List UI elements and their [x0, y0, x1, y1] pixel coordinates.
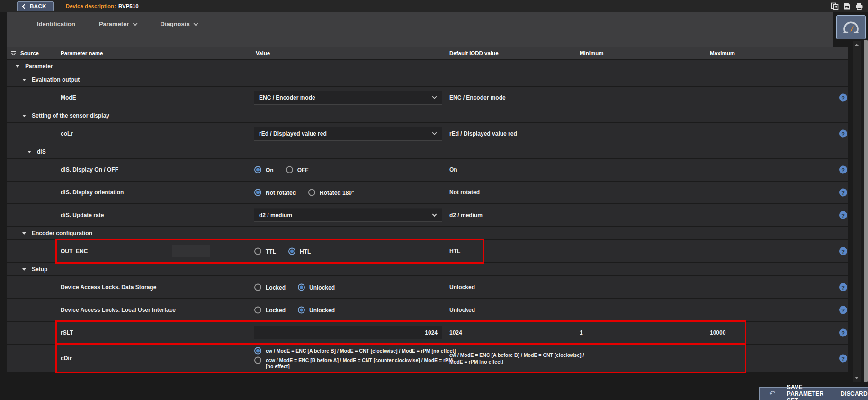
column-header-maximum[interactable]: Maximum [710, 50, 735, 56]
help-icon[interactable]: ? [839, 306, 847, 314]
chevron-down-icon [432, 212, 437, 217]
radio-option[interactable]: Not rotated [254, 189, 296, 196]
help-icon[interactable]: ? [839, 355, 847, 363]
group-row[interactable]: Encoder configuration [7, 227, 848, 239]
help-icon[interactable]: ? [839, 94, 847, 102]
default-iodd-value: Unlocked [449, 307, 615, 313]
radio-option[interactable]: ccw / ModE = ENC [B before A] / ModE = C… [254, 357, 461, 370]
radio-unselected-icon[interactable] [254, 307, 261, 314]
help-icon[interactable]: ? [839, 130, 847, 138]
device-description-value: RVP510 [118, 3, 139, 9]
radio-selected-icon[interactable] [254, 347, 261, 355]
radio-label: HTL [300, 248, 311, 255]
collapse-arrow-icon[interactable] [22, 115, 26, 117]
radio-label: Unlocked [309, 307, 335, 314]
radio-option[interactable]: OFF [286, 166, 309, 173]
radio-selected-icon[interactable] [254, 189, 261, 196]
help-icon[interactable]: ? [839, 211, 847, 219]
radio-unselected-icon[interactable] [254, 357, 261, 364]
radio-group: LockedUnlocked [254, 284, 442, 291]
radio-option[interactable]: Locked [254, 307, 286, 314]
value-dropdown[interactable]: ENC / Encoder mode [254, 91, 442, 105]
scroll-down-arrow-icon[interactable] [855, 377, 859, 379]
group-row[interactable]: diS [7, 145, 848, 158]
param-name: Device Access Locks. Local User Interfac… [61, 307, 241, 313]
minimum-value: 1 [580, 329, 583, 336]
help-icon[interactable]: ? [839, 329, 847, 337]
group-label: Evaluation output [32, 76, 80, 83]
discard-button[interactable]: DISCARD [841, 391, 868, 397]
collapse-arrow-icon[interactable] [27, 151, 31, 153]
radio-option[interactable]: HTL [288, 248, 311, 255]
collapse-arrow-icon[interactable] [22, 232, 26, 235]
radio-option[interactable]: Unlocked [298, 307, 335, 314]
radio-unselected-icon[interactable] [286, 166, 293, 173]
param-row: rSLT1024110000? [7, 322, 848, 344]
radio-label: Locked [266, 307, 286, 314]
help-icon[interactable]: ? [839, 283, 847, 291]
radio-selected-icon[interactable] [298, 284, 305, 291]
gauge-icon [842, 20, 860, 35]
help-icon[interactable]: ? [839, 166, 847, 174]
column-header-value[interactable]: Value [256, 50, 270, 56]
param-row: cDircw / ModE = ENC [A before B] / ModE … [7, 345, 848, 372]
top-bar: BACK Device description:RVP510 [0, 0, 868, 12]
xml-document-icon[interactable] [843, 2, 851, 10]
copy-compare-icon[interactable] [831, 2, 839, 10]
group-row[interactable]: Setting of the sensor display [7, 109, 848, 122]
collapse-arrow-icon[interactable] [22, 268, 26, 271]
vertical-scrollbar[interactable] [853, 41, 861, 382]
value-dropdown[interactable]: d2 / medium [254, 209, 442, 222]
radio-label: cw / ModE = ENC [A before B] / ModE = CN… [266, 348, 456, 354]
radio-unselected-icon[interactable] [254, 284, 261, 291]
param-name: diS. Display orientation [61, 189, 241, 196]
print-icon[interactable] [855, 2, 863, 10]
radio-selected-icon[interactable] [254, 166, 261, 173]
radio-option[interactable]: Unlocked [298, 284, 335, 291]
group-row[interactable]: Parameter [7, 60, 848, 73]
group-row[interactable]: Setup [7, 263, 848, 275]
back-button[interactable]: BACK [17, 1, 54, 11]
param-name: diS. Update rate [61, 212, 241, 218]
radio-selected-icon[interactable] [298, 307, 305, 314]
value-dropdown[interactable]: rEd / Displayed value red [254, 127, 442, 141]
save-parameter-set-button[interactable]: SAVE PARAMETER SET [787, 384, 830, 400]
tab-parameter[interactable]: Parameter [99, 20, 137, 27]
dropdown-selected-value: ENC / Encoder mode [259, 94, 315, 101]
collapse-arrow-icon[interactable] [22, 79, 26, 81]
param-row: diS. Display On / OFFOnOFFOn? [7, 159, 848, 181]
tab-diagnosis[interactable]: Diagnosis [161, 20, 197, 27]
collapse-all-icon[interactable] [10, 50, 17, 56]
undo-icon[interactable]: ↶ [769, 390, 776, 398]
default-iodd-value: 1024 [449, 329, 615, 336]
group-label: Encoder configuration [32, 230, 92, 236]
value-input[interactable] [254, 326, 442, 339]
topbar-icons [831, 2, 863, 10]
group-label: Setup [32, 266, 47, 273]
radio-option[interactable]: On [254, 166, 274, 173]
radio-option[interactable]: TTL [254, 248, 276, 255]
column-header-minimum[interactable]: Minimum [580, 50, 603, 56]
group-row[interactable]: Evaluation output [7, 73, 848, 86]
radio-unselected-icon[interactable] [254, 248, 261, 255]
radio-option[interactable]: Locked [254, 284, 286, 291]
tab-identification[interactable]: Identification [37, 20, 75, 27]
column-header-source[interactable]: Source [20, 50, 39, 56]
chevron-down-icon [432, 130, 437, 135]
radio-option[interactable]: Rotated 180° [308, 189, 354, 196]
process-data-gauge-button[interactable] [836, 15, 866, 39]
radio-option[interactable]: cw / ModE = ENC [A before B] / ModE = CN… [254, 347, 456, 355]
radio-unselected-icon[interactable] [308, 189, 315, 196]
help-icon[interactable]: ? [839, 189, 847, 197]
scroll-up-arrow-icon[interactable] [855, 44, 859, 46]
param-row: ModEENC / Encoder modeENC / Encoder mode… [7, 87, 848, 109]
default-iodd-value: ENC / Encoder mode [449, 94, 615, 101]
column-header-default[interactable]: Default IODD value [449, 50, 499, 56]
tab-label: Diagnosis [161, 20, 190, 27]
group-label: Setting of the sensor display [32, 112, 109, 119]
radio-selected-icon[interactable] [288, 248, 295, 255]
help-icon[interactable]: ? [839, 247, 847, 255]
column-header-parameter-name[interactable]: Parameter name [61, 50, 103, 56]
outer-scrollbar-thumb[interactable] [864, 40, 868, 382]
collapse-arrow-icon[interactable] [16, 65, 19, 68]
